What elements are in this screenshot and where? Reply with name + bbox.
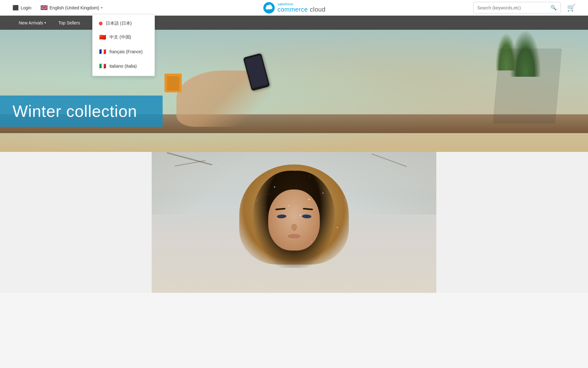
snow-dot-5 [337, 227, 338, 228]
site-logo[interactable]: salesforce commerce cloud [262, 1, 326, 14]
nav-new-arrivals-label: New Arrivals [19, 20, 43, 25]
salesforce-cloud-icon [262, 1, 276, 14]
search-input[interactable] [474, 3, 547, 13]
chinese-flag-icon: 🇨🇳 [99, 34, 106, 41]
lower-section [0, 152, 588, 293]
snow-dot-3 [322, 193, 323, 194]
italian-flag-icon: 🇮🇹 [99, 63, 106, 70]
top-bar: ⬛ Login English (United Kingdom) ▾ sales… [0, 0, 588, 16]
language-option-japanese[interactable]: 日本語 (日本) [93, 17, 155, 30]
nav-bar: New Arrivals Top Sellers [0, 16, 588, 30]
language-option-french[interactable]: 🇫🇷 français (France) [93, 44, 155, 59]
japanese-label: 日本語 (日本) [106, 21, 132, 26]
chevron-down-icon: ▾ [101, 6, 103, 9]
salesforce-logo-container: salesforce commerce cloud [262, 1, 326, 14]
nav-item-new-arrivals[interactable]: New Arrivals [13, 16, 52, 30]
search-button[interactable]: 🔍 [547, 2, 560, 13]
snow-dot-2 [288, 205, 289, 206]
brand-name: salesforce [277, 2, 326, 6]
login-label: Login [21, 5, 31, 10]
logo-text-container: salesforce commerce cloud [277, 2, 326, 13]
snow-dot-1 [308, 199, 310, 200]
language-option-chinese[interactable]: 🇨🇳 中文 (中国) [93, 30, 155, 44]
hero-section: Winter collection [0, 30, 588, 152]
product-name: commerce cloud [277, 6, 326, 13]
nav-top-sellers-label: Top Sellers [58, 20, 80, 25]
search-area: 🔍 🛒 [473, 2, 575, 13]
hero-image-secondary [152, 152, 436, 293]
cup-interior [167, 76, 179, 91]
language-option-italian[interactable]: 🇮🇹 italiano (Italia) [93, 59, 155, 73]
cart-button[interactable]: 🛒 [567, 4, 575, 12]
japanese-flag-dot [99, 22, 103, 25]
coffee-cup [165, 74, 182, 92]
language-dropdown: 日本語 (日本) 🇨🇳 中文 (中国) 🇫🇷 français (France)… [92, 14, 155, 76]
french-flag-icon: 🇫🇷 [99, 48, 106, 55]
nav-item-top-sellers[interactable]: Top Sellers [52, 16, 86, 30]
language-label: English (United Kingdom) [49, 5, 99, 10]
login-icon: ⬛ [13, 5, 19, 11]
search-box: 🔍 [473, 2, 561, 13]
hero-overlay [0, 30, 588, 152]
chinese-label: 中文 (中国) [109, 34, 131, 40]
laptop [493, 49, 562, 124]
winter-collection-banner: Winter collection [0, 96, 163, 127]
login-link[interactable]: ⬛ Login [13, 5, 31, 11]
italian-label: italiano (Italia) [109, 64, 137, 69]
french-label: français (France) [109, 49, 143, 54]
cart-icon: 🛒 [567, 4, 575, 12]
language-selector[interactable]: English (United Kingdom) ▾ [41, 5, 103, 10]
hero-banner-text: Winter collection [13, 102, 137, 120]
uk-flag-icon [41, 5, 48, 10]
snow-overlay [152, 152, 436, 293]
